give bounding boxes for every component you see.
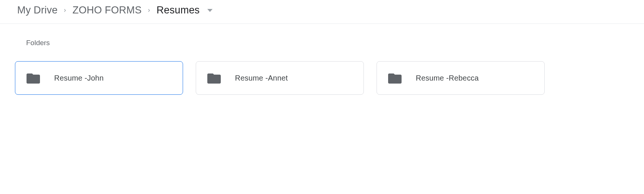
folder-icon	[27, 72, 40, 84]
section-label-folders: Folders	[26, 39, 629, 47]
folder-name: Resume -Annet	[235, 74, 288, 82]
folder-name: Resume -Rebecca	[416, 74, 479, 82]
folder-card[interactable]: Resume -Rebecca	[377, 61, 545, 95]
breadcrumb-item-current[interactable]: Resumes	[157, 4, 199, 16]
breadcrumb-item-root[interactable]: My Drive	[17, 4, 58, 16]
chevron-right-icon	[63, 8, 67, 13]
folder-card[interactable]: Resume -John	[15, 61, 183, 95]
folder-card[interactable]: Resume -Annet	[196, 61, 364, 95]
folders-row: Resume -John Resume -Annet Resume -Rebec…	[15, 61, 629, 95]
chevron-right-icon	[147, 8, 151, 13]
folder-icon	[207, 72, 221, 84]
folder-name: Resume -John	[54, 74, 103, 82]
breadcrumb: My Drive ZOHO FORMS Resumes	[0, 0, 644, 24]
content-area: Folders Resume -John Resume -Annet Resum…	[0, 24, 644, 95]
caret-down-icon[interactable]	[207, 9, 213, 12]
breadcrumb-item-parent[interactable]: ZOHO FORMS	[72, 4, 142, 16]
folder-icon	[388, 72, 402, 84]
